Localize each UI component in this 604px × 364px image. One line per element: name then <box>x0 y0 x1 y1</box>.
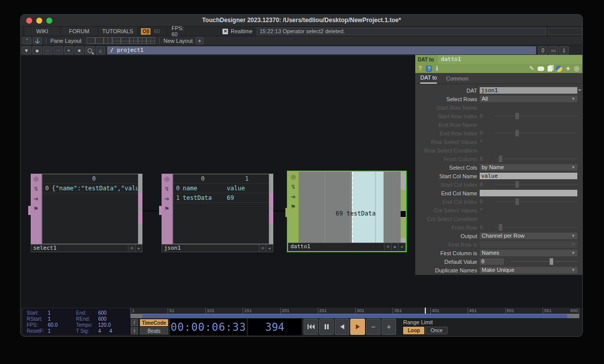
timeline-ruler[interactable]: 151101151201251301351401451501551600 <box>130 308 579 314</box>
param-field[interactable] <box>480 190 577 196</box>
bypass-flag-icon[interactable]: ↯ <box>33 186 38 192</box>
loop-button[interactable]: Loop <box>403 327 424 334</box>
lock-flag-icon[interactable]: ⚑ <box>33 206 39 212</box>
help-icon[interactable]: ? <box>418 65 422 72</box>
network-path[interactable]: / project1 <box>107 46 536 54</box>
param-dropdown[interactable]: All▼ <box>480 96 577 102</box>
home-icon[interactable]: ⌂ <box>96 46 105 54</box>
param-dropdown[interactable]: Channel per Row▼ <box>480 233 577 239</box>
playhead-marker[interactable] <box>425 308 426 314</box>
add-icon[interactable]: + <box>64 46 73 54</box>
node-viewer[interactable]: 010namevalue1testData69 <box>173 174 269 244</box>
add-parameter-icon[interactable]: + <box>566 65 570 71</box>
node-resize-icon[interactable]: + <box>266 245 273 252</box>
viewer-flag-icon[interactable]: ◎ <box>164 176 169 182</box>
pane-preset-button[interactable] <box>121 37 129 44</box>
once-button[interactable]: Once <box>425 327 447 334</box>
output-connector[interactable] <box>401 218 406 238</box>
viewer-flag-icon[interactable]: ◎ <box>33 176 38 182</box>
export-flag-icon[interactable]: ➔ <box>33 196 38 202</box>
lock-flag-icon[interactable]: ⚑ <box>290 204 296 210</box>
forward-icon[interactable]: ⇨ <box>53 46 63 54</box>
node-viewer[interactable]: 69 testData <box>299 172 401 243</box>
dock-down-icon[interactable]: ⇩ <box>559 46 569 54</box>
node-name[interactable]: datto1 ◆ + <box>288 243 406 251</box>
export-flag-icon[interactable]: ➔ <box>164 196 169 202</box>
operator-name-field[interactable]: datto1 <box>438 55 582 64</box>
pencil-icon[interactable]: ✎ <box>529 65 534 71</box>
input-connector[interactable] <box>159 206 162 215</box>
param-dropdown[interactable]: Make Unique▼ <box>480 267 577 273</box>
bookmark-star-icon[interactable]: ★ <box>74 46 84 54</box>
copy-parameters-icon[interactable] <box>548 66 552 71</box>
output-connector[interactable] <box>138 210 142 224</box>
node-name[interactable]: select1 + <box>31 244 142 252</box>
node-datto1[interactable]: ◎ ↯ ➔ ⚑ 69 testData datto1 ◆ <box>287 171 407 252</box>
forum-button[interactable]: FORUM <box>61 27 98 36</box>
node-viewer[interactable]: 00{"name":"testData","value":69} <box>42 174 138 244</box>
node-picker-icon[interactable]: ⌁ <box>578 87 581 93</box>
export-flag-icon[interactable]: ➔ <box>290 194 295 200</box>
window-popout-icon[interactable]: ▭ <box>549 46 558 54</box>
tab-common[interactable]: Common <box>446 76 469 84</box>
step-back-icon[interactable]: − <box>366 319 381 335</box>
pane-preset-button[interactable] <box>138 37 146 44</box>
output-connector[interactable] <box>401 190 406 210</box>
expand-pane-icon[interactable]: ⌃ <box>23 37 31 44</box>
bullseye-icon[interactable]: ◎ <box>574 65 579 71</box>
input-connector[interactable] <box>285 208 288 217</box>
comment-icon[interactable] <box>538 66 544 71</box>
param-field[interactable]: value <box>480 173 577 179</box>
timeline-range-scrollbar[interactable] <box>130 314 579 318</box>
pane-preset-button[interactable] <box>87 37 95 44</box>
python-mode-icon[interactable] <box>556 65 562 72</box>
play-forward-icon[interactable] <box>350 319 365 335</box>
add-layout-button[interactable]: + <box>196 37 203 44</box>
range-fill[interactable] <box>142 314 567 318</box>
output-connector[interactable] <box>269 210 273 224</box>
wiki-button[interactable]: WIKI <box>24 27 61 36</box>
param-value-field[interactable]: 0 <box>480 258 504 265</box>
output-connector[interactable] <box>269 193 273 207</box>
oi-badge[interactable]: O|I <box>141 28 150 35</box>
node-export-icon[interactable]: ◆ <box>391 243 398 250</box>
back-icon[interactable]: ⇦ <box>43 46 52 54</box>
param-dropdown[interactable]: Names▼ <box>480 250 577 256</box>
play-reverse-icon[interactable] <box>335 319 349 335</box>
node-resize-icon[interactable]: + <box>135 245 142 252</box>
bypass-flag-icon[interactable]: ↯ <box>164 186 169 192</box>
time-slash-button[interactable]: / <box>131 319 138 326</box>
stop-icon[interactable]: ■ <box>32 46 42 54</box>
frame-display[interactable]: 394 <box>248 319 301 335</box>
range-left-grip[interactable] <box>130 314 142 318</box>
output-connector[interactable] <box>138 193 142 207</box>
tab-dat-to[interactable]: DAT to <box>420 75 437 84</box>
timecode-mode-button[interactable]: TimeCode <box>140 319 168 326</box>
python-help-icon[interactable]: ? <box>426 65 432 72</box>
anchor-pane-icon[interactable]: ⚓ <box>33 37 42 44</box>
beats-mode-button[interactable]: Beats <box>140 327 168 334</box>
skip-to-start-icon[interactable] <box>304 319 318 335</box>
param-dropdown[interactable]: by Name▼ <box>480 164 577 171</box>
node-json1[interactable]: ◎ ↯ ➔ ⚑ 010namevalue1testData69 json1 + <box>162 174 273 252</box>
step-forward-icon[interactable]: + <box>382 319 396 335</box>
node-name[interactable]: json1 + <box>162 244 273 252</box>
param-field[interactable]: json1 <box>480 87 577 94</box>
slider-handle[interactable] <box>550 258 553 265</box>
lock-flag-icon[interactable]: ⚑ <box>164 206 170 212</box>
node-resize-icon[interactable]: + <box>398 243 405 250</box>
time-one-button[interactable]: I <box>131 327 138 334</box>
search-icon[interactable] <box>85 46 95 54</box>
pane-preset-button[interactable] <box>112 37 121 44</box>
node-dot-icon[interactable] <box>384 243 391 250</box>
pane-menu-icon[interactable]: ▼ <box>22 46 31 54</box>
node-dot-icon[interactable] <box>128 245 135 252</box>
node-dot-icon[interactable] <box>259 245 266 252</box>
info-icon[interactable]: i <box>436 65 437 72</box>
realtime-checkbox[interactable]: ✕ <box>222 29 228 34</box>
pause-icon[interactable] <box>319 319 334 335</box>
tutorials-button[interactable]: TUTORIALS <box>98 27 138 36</box>
pane-preset-button[interactable] <box>104 37 112 44</box>
pane-preset-button[interactable] <box>129 37 138 44</box>
input-connector[interactable] <box>28 206 31 215</box>
